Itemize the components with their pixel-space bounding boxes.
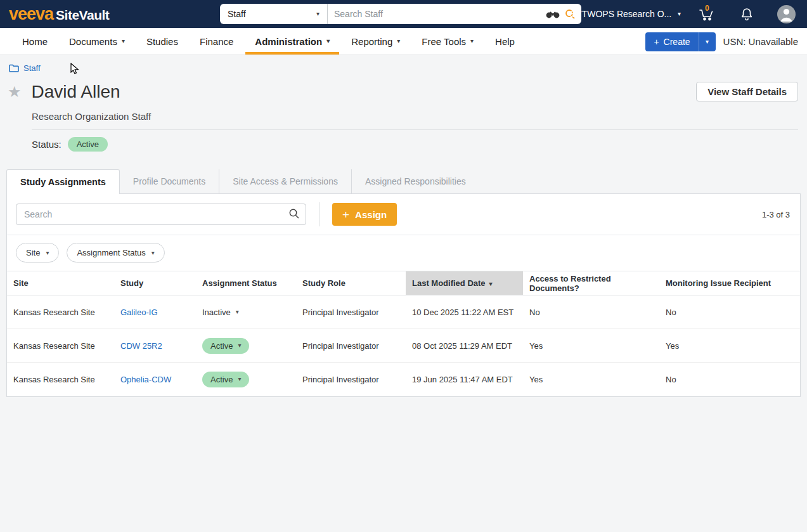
status-row: Status: Active	[0, 130, 807, 152]
plus-icon: +	[342, 209, 349, 221]
chevron-down-icon: ▾	[470, 38, 474, 44]
pagination-range: 1-3 of 3	[762, 210, 792, 219]
org-select[interactable]: SVTWOPS Research O... ▾	[570, 9, 681, 19]
nav-help[interactable]: Help	[484, 28, 526, 55]
filter-bar: Site ▾ Assignment Status ▾	[7, 235, 800, 271]
cell-study-role: Principal Investigator	[296, 329, 406, 363]
chevron-down-icon: ▾	[238, 342, 241, 349]
assignments-search	[16, 204, 306, 225]
table-row: Kansas Research Site CDW 25R2 Active ▾ P…	[7, 329, 800, 363]
search-icon[interactable]	[288, 208, 300, 219]
avatar[interactable]	[777, 5, 796, 23]
assignments-table: Site Study Assignment Status Study Role …	[7, 271, 800, 396]
study-link[interactable]: Galileo-IG	[120, 308, 158, 317]
panel-toolbar: + Assign 1-3 of 3	[7, 194, 800, 235]
cell-site: Kansas Research Site	[7, 295, 114, 329]
filter-site[interactable]: Site ▾	[16, 243, 59, 263]
notifications-bell-icon[interactable]	[740, 7, 753, 21]
cell-restricted-access: Yes	[523, 363, 659, 396]
nav-finance[interactable]: Finance	[189, 28, 244, 55]
assignments-search-input[interactable]	[16, 204, 306, 225]
favorite-star-icon[interactable]: ★	[8, 84, 22, 100]
page-title: David Allen	[32, 82, 120, 102]
topbar: veeva SiteVault Staff ▾ SVTWOPS Research…	[0, 0, 807, 28]
cell-restricted-access: Yes	[523, 329, 659, 363]
col-header-last-modified-date[interactable]: Last Modified Date▾	[406, 271, 523, 295]
cell-restricted-access: No	[523, 295, 659, 329]
advanced-search-binoculars-icon[interactable]	[543, 4, 562, 24]
nav-administration[interactable]: Administration▾	[244, 28, 340, 55]
nav-studies[interactable]: Studies	[136, 28, 189, 55]
main-nav: Home Documents▾ Studies Finance Administ…	[0, 28, 807, 55]
col-header-study-role[interactable]: Study Role	[296, 271, 406, 295]
chevron-down-icon: ▾	[236, 309, 239, 315]
chevron-down-icon: ▾	[316, 11, 320, 17]
chevron-down-icon: ▾	[46, 250, 49, 256]
chevron-down-icon: ▾	[326, 38, 330, 44]
tab-site-access-permissions[interactable]: Site Access & Permissions	[219, 169, 351, 193]
col-header-assignment-status[interactable]: Assignment Status	[196, 271, 296, 295]
study-link[interactable]: CDW 25R2	[120, 341, 162, 351]
global-search-input[interactable]	[328, 4, 543, 24]
folder-icon	[9, 64, 19, 72]
table-header-row: Site Study Assignment Status Study Role …	[7, 271, 800, 295]
topbar-right: SVTWOPS Research O... ▾ 0	[570, 0, 807, 28]
sort-descending-icon: ▾	[489, 280, 493, 287]
org-select-value: SVTWOPS Research O...	[570, 9, 671, 19]
col-header-study[interactable]: Study	[114, 271, 196, 295]
tab-study-assignments[interactable]: Study Assignments	[6, 169, 120, 194]
create-button[interactable]: + Create	[645, 32, 699, 51]
search-scope-value: Staff	[228, 9, 246, 19]
cell-study: Ophelia-CDW	[114, 363, 196, 396]
nav-home[interactable]: Home	[11, 28, 58, 55]
cell-monitoring-recipient: No	[659, 363, 800, 396]
cell-study-role: Principal Investigator	[296, 363, 406, 396]
table-row: Kansas Research Site Ophelia-CDW Active …	[7, 363, 800, 396]
col-header-access-restricted[interactable]: Access to Restricted Documents?	[523, 271, 659, 295]
nav-free-tools[interactable]: Free Tools▾	[411, 28, 484, 55]
app-logo[interactable]: veeva SiteVault	[0, 6, 109, 23]
chevron-down-icon: ▾	[152, 250, 155, 256]
cell-last-modified: 10 Dec 2025 11:22 AM EST	[406, 295, 523, 329]
status-label: Status:	[32, 139, 61, 150]
nav-documents[interactable]: Documents▾	[58, 28, 136, 55]
cart-icon[interactable]: 0	[699, 6, 715, 22]
toolbar-divider	[319, 202, 320, 226]
cell-study: CDW 25R2	[114, 329, 196, 363]
status-dropdown[interactable]: Active ▾	[202, 338, 249, 354]
usn-status-label: USN: Unavailable	[723, 36, 798, 47]
chevron-down-icon: ▾	[678, 11, 681, 17]
cart-count-badge: 0	[705, 4, 709, 13]
tab-profile-documents[interactable]: Profile Documents	[120, 169, 219, 193]
cell-study: Galileo-IG	[114, 295, 196, 329]
cell-monitoring-recipient: Yes	[659, 329, 800, 363]
study-link[interactable]: Ophelia-CDW	[120, 375, 171, 384]
status-badge: Active	[68, 137, 108, 152]
table-row: Kansas Research Site Galileo-IG Inactive…	[7, 295, 800, 329]
create-split-button: + Create ▾	[645, 32, 715, 51]
chevron-down-icon: ▾	[238, 376, 241, 382]
study-assignments-panel: + Assign 1-3 of 3 Site ▾ Assignment Stat…	[6, 193, 801, 397]
search-scope-select[interactable]: Staff ▾	[220, 4, 328, 24]
filter-assignment-status[interactable]: Assignment Status ▾	[67, 243, 164, 263]
cell-monitoring-recipient: No	[659, 295, 800, 329]
cell-status: Active ▾	[196, 363, 296, 396]
veeva-logo: veeva	[9, 6, 53, 23]
status-dropdown[interactable]: Inactive ▾	[202, 308, 239, 317]
chevron-down-icon: ▾	[706, 39, 709, 45]
status-dropdown[interactable]: Active ▾	[202, 372, 249, 387]
create-dropdown-button[interactable]: ▾	[699, 32, 716, 51]
breadcrumb: Staff	[0, 55, 807, 73]
cell-last-modified: 08 Oct 2025 11:29 AM EDT	[406, 329, 523, 363]
view-staff-details-button[interactable]: View Staff Details	[696, 82, 798, 101]
page-header: ★ David Allen View Staff Details	[0, 73, 807, 102]
breadcrumb-staff-link[interactable]: Staff	[23, 63, 41, 73]
tab-assigned-responsibilities[interactable]: Assigned Responsibilities	[351, 169, 479, 193]
assign-button[interactable]: + Assign	[332, 203, 397, 226]
page-subtitle: Research Organization Staff	[0, 102, 807, 122]
col-header-site[interactable]: Site	[7, 271, 114, 295]
global-search: Staff ▾	[220, 4, 581, 24]
col-header-monitoring-issue[interactable]: Monitoring Issue Recipient	[659, 271, 800, 295]
cell-status: Active ▾	[196, 329, 296, 363]
nav-reporting[interactable]: Reporting▾	[340, 28, 411, 55]
